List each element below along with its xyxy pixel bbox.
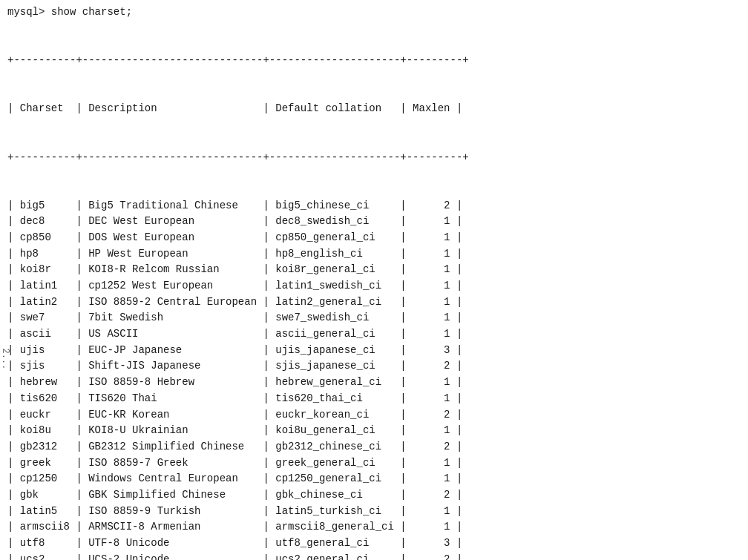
table-row: | ascii | US ASCII | ascii_general_ci | … xyxy=(7,326,741,343)
table-row: | gbk | GBK Simplified Chinese | gbk_chi… xyxy=(7,487,741,504)
table-row: | latin2 | ISO 8859-2 Central European |… xyxy=(7,294,741,311)
table-row: | euckr | EUC-KR Korean | euckr_korean_c… xyxy=(7,407,741,424)
table-row: | gb2312 | GB2312 Simplified Chinese | g… xyxy=(7,439,741,455)
table-row: | cp1250 | Windows Central European | cp… xyxy=(7,471,741,487)
table-row: | tis620 | TIS620 Thai | tis620_thai_ci … xyxy=(7,391,741,407)
table-row: | latin5 | ISO 8859-9 Turkish | latin5_t… xyxy=(7,504,741,520)
table-row: | hebrew | ISO 8859-8 Hebrew | hebrew_ge… xyxy=(7,375,741,391)
table-row: | dec8 | DEC West European | dec8_swedis… xyxy=(7,214,741,230)
table-row: | swe7 | 7bit Swedish | swe7_swedish_ci … xyxy=(7,310,741,326)
table-row: | ucs2 | UCS-2 Unicode | ucs2_general_ci… xyxy=(7,552,741,560)
table-row: | big5 | Big5 Traditional Chinese | big5… xyxy=(7,198,741,214)
separator-top: +----------+----------------------------… xyxy=(7,53,741,69)
table-row: | ujis | EUC-JP Japanese | ujis_japanese… xyxy=(7,343,741,359)
table-row: | koi8r | KOI8-R Relcom Russian | koi8r_… xyxy=(7,262,741,278)
table-container: +----------+----------------------------… xyxy=(7,21,741,560)
table-row: | cp850 | DOS West European | cp850_gene… xyxy=(7,230,741,246)
table-rows: | big5 | Big5 Traditional Chinese | big5… xyxy=(7,198,741,560)
table-row: | sjis | Shift-JIS Japanese | sjis_japan… xyxy=(7,358,741,375)
command-line: mysql> show charset; xyxy=(7,6,741,18)
table-row: | greek | ISO 8859-7 Greek | greek_gener… xyxy=(7,455,741,472)
table-header: | Charset | Description | Default collat… xyxy=(7,101,741,117)
terminal-window: mysql> show charset; +----------+-------… xyxy=(0,0,748,560)
sidebar-indicator: 2... xyxy=(0,349,10,370)
table-row: | utf8 | UTF-8 Unicode | utf8_general_ci… xyxy=(7,536,741,552)
table-row: | koi8u | KOI8-U Ukrainian | koi8u_gener… xyxy=(7,423,741,439)
separator-header: +----------+----------------------------… xyxy=(7,150,741,166)
table-row: | armscii8 | ARMSCII-8 Armenian | armsci… xyxy=(7,519,741,536)
table-row: | hp8 | HP West European | hp8_english_c… xyxy=(7,246,741,263)
table-row: | latin1 | cp1252 West European | latin1… xyxy=(7,278,741,294)
